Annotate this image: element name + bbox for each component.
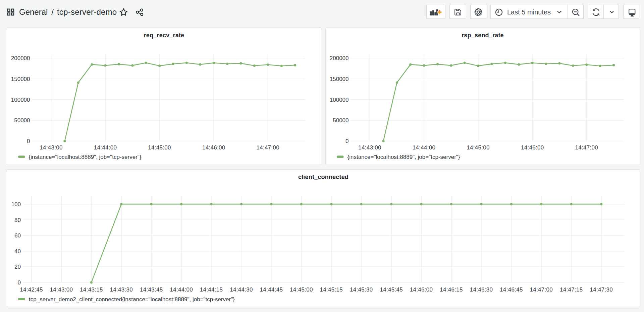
svg-text:200000: 200000 [11,55,30,61]
svg-text:14:45:00: 14:45:00 [467,144,490,151]
svg-text:14:46:15: 14:46:15 [440,286,463,293]
svg-text:80: 80 [14,217,21,223]
svg-text:14:46:45: 14:46:45 [500,286,523,293]
svg-text:client_connected: client_connected [298,174,348,180]
svg-text:200000: 200000 [330,55,349,61]
svg-text:0: 0 [345,138,348,144]
svg-text:14:44:00: 14:44:00 [170,286,193,293]
svg-text:50000: 50000 [14,117,30,124]
svg-text:14:43:45: 14:43:45 [140,286,163,293]
svg-text:150000: 150000 [330,76,349,82]
svg-text:14:47:00: 14:47:00 [256,144,279,151]
svg-text:14:44:45: 14:44:45 [260,286,283,293]
svg-text:100000: 100000 [11,97,30,103]
svg-text:14:47:00: 14:47:00 [530,286,553,293]
svg-text:14:46:30: 14:46:30 [470,286,493,293]
svg-text:14:44:15: 14:44:15 [200,286,223,293]
svg-text:14:47:00: 14:47:00 [575,144,598,151]
svg-text:40: 40 [14,248,21,255]
svg-text:14:46:00: 14:46:00 [410,286,433,293]
svg-text:rsp_send_rate: rsp_send_rate [462,32,504,39]
svg-text:50000: 50000 [333,117,348,124]
svg-text:14:43:15: 14:43:15 [80,286,103,293]
svg-text:14:47:15: 14:47:15 [560,286,583,293]
svg-text:tcp_server_demo2_client_connec: tcp_server_demo2_client_connected{instan… [29,296,235,303]
svg-text:14:46:00: 14:46:00 [202,144,225,151]
svg-text:14:43:00: 14:43:00 [40,144,63,151]
svg-text:14:45:00: 14:45:00 [290,286,313,293]
svg-text:{instance="localhost:8889", jo: {instance="localhost:8889", job="tcp-ser… [29,154,142,160]
svg-text:req_recv_rate: req_recv_rate [144,32,184,39]
svg-text:100000: 100000 [330,97,349,103]
svg-text:14:44:30: 14:44:30 [230,286,253,293]
svg-text:14:45:15: 14:45:15 [320,286,343,293]
svg-text:14:46:00: 14:46:00 [521,144,544,151]
svg-text:150000: 150000 [11,76,30,82]
svg-text:60: 60 [14,232,21,239]
svg-text:14:43:00: 14:43:00 [50,286,73,293]
svg-text:14:43:30: 14:43:30 [110,286,133,293]
svg-text:14:44:00: 14:44:00 [413,144,436,151]
svg-text:14:45:00: 14:45:00 [148,144,171,151]
svg-text:14:45:45: 14:45:45 [380,286,403,293]
svg-text:14:42:45: 14:42:45 [20,286,43,293]
svg-text:{instance="localhost:8889", jo: {instance="localhost:8889", job="tcp-ser… [347,154,460,160]
svg-text:0: 0 [18,279,21,286]
svg-text:100: 100 [11,201,21,208]
svg-text:14:45:30: 14:45:30 [350,286,373,293]
svg-text:20: 20 [14,264,21,270]
svg-text:14:44:00: 14:44:00 [94,144,117,151]
svg-text:14:43:00: 14:43:00 [358,144,381,151]
svg-text:14:47:30: 14:47:30 [590,286,613,293]
svg-text:0: 0 [27,138,30,144]
